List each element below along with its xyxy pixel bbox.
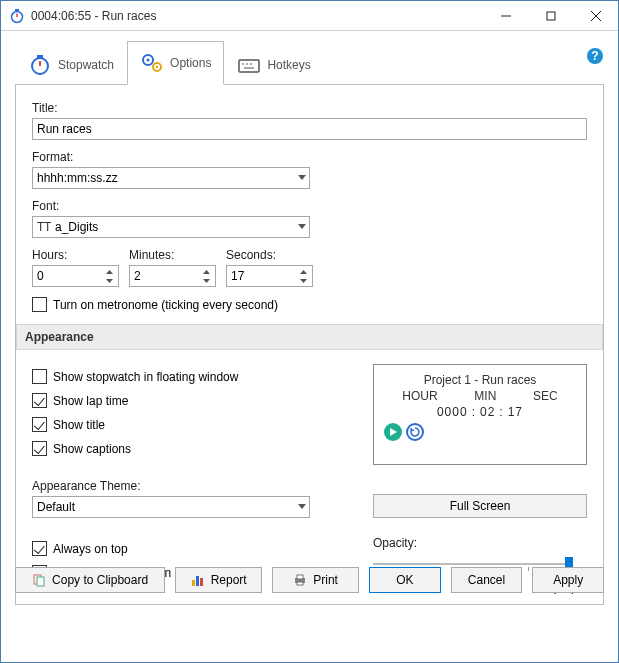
keyboard-icon xyxy=(237,53,261,77)
spin-up-icon[interactable] xyxy=(199,267,214,276)
tab-label: Options xyxy=(170,56,211,70)
captions-checkbox[interactable] xyxy=(32,441,47,456)
preview-reset-button[interactable] xyxy=(406,423,424,441)
floating-label: Show stopwatch in floating window xyxy=(53,370,238,384)
alwaystop-label: Always on top xyxy=(53,542,128,556)
print-button[interactable]: Print xyxy=(272,567,359,593)
tab-label: Hotkeys xyxy=(267,58,310,72)
captions-label: Show captions xyxy=(53,442,131,456)
font-value: a_Digits xyxy=(55,220,98,234)
chevron-down-icon xyxy=(298,504,306,510)
print-icon xyxy=(293,574,307,586)
digits-min: 02 xyxy=(480,405,495,419)
caption-min: MIN xyxy=(474,389,496,403)
tab-label: Stopwatch xyxy=(58,58,114,72)
svg-rect-27 xyxy=(200,578,203,586)
showtitle-checkbox[interactable] xyxy=(32,417,47,432)
options-panel: Title: Format: hhhh:mm:ss.zz Font: TT a_… xyxy=(15,84,604,605)
svg-text:T: T xyxy=(44,221,51,233)
apply-button[interactable]: Apply xyxy=(532,567,604,593)
chevron-down-icon xyxy=(298,175,306,181)
preview-title: Project 1 - Run races xyxy=(384,373,576,387)
format-value: hhhh:mm:ss.zz xyxy=(37,171,118,185)
stopwatch-icon xyxy=(28,53,52,77)
svg-text:?: ? xyxy=(591,49,598,63)
chart-icon xyxy=(191,574,205,586)
help-button[interactable]: ? xyxy=(586,47,604,65)
font-label: Font: xyxy=(32,199,587,213)
spin-down-icon[interactable] xyxy=(102,276,117,285)
hours-spinner[interactable]: 0 xyxy=(32,265,119,287)
font-icon: TT xyxy=(37,221,51,233)
svg-point-13 xyxy=(156,66,158,68)
digits-sec: 17 xyxy=(508,405,523,419)
font-combo[interactable]: TT a_Digits xyxy=(32,216,310,238)
caption-sec: SEC xyxy=(533,389,558,403)
tab-row: Stopwatch Options Hotkeys ? xyxy=(15,41,604,85)
spin-up-icon[interactable] xyxy=(296,267,311,276)
ok-button[interactable]: OK xyxy=(369,567,441,593)
svg-rect-4 xyxy=(547,12,555,20)
metronome-label: Turn on metronome (ticking every second) xyxy=(53,298,278,312)
preview-pane: Project 1 - Run races HOUR MIN SEC 0000:… xyxy=(373,364,587,465)
title-bar: 0004:06:55 - Run races xyxy=(1,1,618,31)
lap-checkbox[interactable] xyxy=(32,393,47,408)
tab-stopwatch[interactable]: Stopwatch xyxy=(15,45,127,85)
seconds-spinner[interactable]: 17 xyxy=(226,265,313,287)
seconds-label: Seconds: xyxy=(226,248,313,262)
tab-options[interactable]: Options xyxy=(127,41,224,85)
alwaystop-checkbox[interactable] xyxy=(32,541,47,556)
svg-rect-24 xyxy=(37,577,44,586)
svg-rect-26 xyxy=(196,576,199,586)
lap-label: Show lap time xyxy=(53,394,128,408)
seconds-value: 17 xyxy=(231,269,244,283)
floating-checkbox[interactable] xyxy=(32,369,47,384)
minutes-value: 2 xyxy=(134,269,141,283)
copy-button[interactable]: Copy to Clipboard xyxy=(15,567,165,593)
theme-label: Appearance Theme: xyxy=(32,479,355,493)
hours-value: 0 xyxy=(37,269,44,283)
title-input[interactable] xyxy=(32,118,587,140)
gears-icon xyxy=(140,51,164,75)
tab-hotkeys[interactable]: Hotkeys xyxy=(224,45,323,85)
metronome-checkbox[interactable] xyxy=(32,297,47,312)
copy-icon xyxy=(32,573,46,587)
app-icon xyxy=(9,8,25,24)
preview-play-button[interactable] xyxy=(384,423,402,441)
spin-down-icon[interactable] xyxy=(296,276,311,285)
appearance-header: Appearance xyxy=(16,324,603,350)
minutes-spinner[interactable]: 2 xyxy=(129,265,216,287)
digits-hour: 0000 xyxy=(437,405,468,419)
format-combo[interactable]: hhhh:mm:ss.zz xyxy=(32,167,310,189)
spin-down-icon[interactable] xyxy=(199,276,214,285)
svg-rect-1 xyxy=(15,9,19,11)
theme-value: Default xyxy=(37,500,75,514)
svg-rect-25 xyxy=(192,580,195,586)
svg-rect-8 xyxy=(37,55,43,58)
report-button[interactable]: Report xyxy=(175,567,262,593)
hours-label: Hours: xyxy=(32,248,119,262)
title-label: Title: xyxy=(32,101,587,115)
minimize-button[interactable] xyxy=(483,1,528,30)
footer-buttons: Copy to Clipboard Report Print OK Cancel… xyxy=(15,567,604,593)
window-title: 0004:06:55 - Run races xyxy=(31,9,483,23)
opacity-label: Opacity: xyxy=(373,536,587,550)
svg-rect-29 xyxy=(297,575,303,579)
cancel-button[interactable]: Cancel xyxy=(451,567,523,593)
svg-rect-30 xyxy=(297,582,303,585)
fullscreen-button[interactable]: Full Screen xyxy=(373,494,587,518)
minutes-label: Minutes: xyxy=(129,248,216,262)
chevron-down-icon xyxy=(298,224,306,230)
svg-point-11 xyxy=(147,59,150,62)
svg-rect-14 xyxy=(239,60,259,72)
spin-up-icon[interactable] xyxy=(102,267,117,276)
caption-hour: HOUR xyxy=(402,389,437,403)
maximize-button[interactable] xyxy=(528,1,573,30)
format-label: Format: xyxy=(32,150,587,164)
close-button[interactable] xyxy=(573,1,618,30)
theme-combo[interactable]: Default xyxy=(32,496,310,518)
showtitle-label: Show title xyxy=(53,418,105,432)
